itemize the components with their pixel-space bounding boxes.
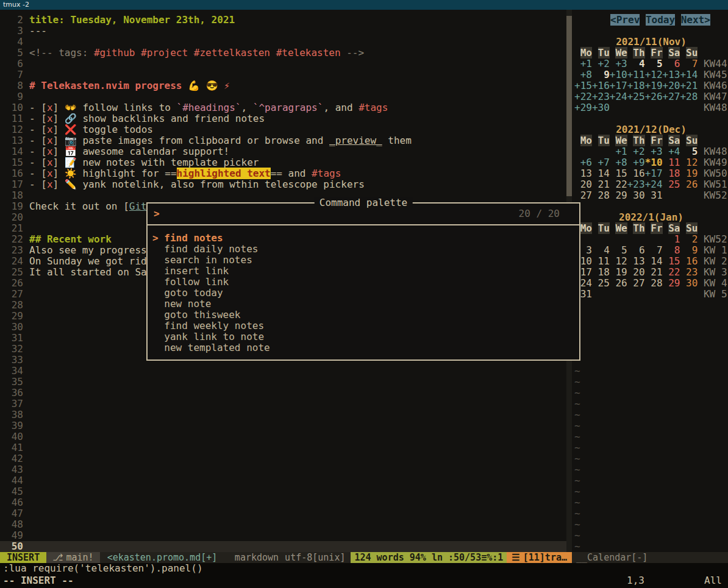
calendar-day[interactable]: 6 <box>627 244 645 256</box>
calendar-day[interactable]: +14 <box>680 69 698 80</box>
editor-line[interactable]: 3--- <box>0 26 566 37</box>
editor-line[interactable]: 42 <box>0 453 566 464</box>
editor-line[interactable]: 37 <box>0 398 566 409</box>
calendar-day[interactable]: +29 <box>574 102 592 113</box>
editor-line[interactable]: 38 <box>0 409 566 420</box>
calendar-today-button[interactable]: Today <box>646 14 675 26</box>
calendar-day[interactable]: +20 <box>663 80 680 91</box>
palette-item[interactable]: find weekly notes <box>152 321 579 331</box>
editor-line[interactable]: 16- [x] ☀️ highlight for ==highlighted t… <box>0 168 566 179</box>
calendar-day[interactable]: +21 <box>680 80 698 91</box>
calendar-day[interactable]: 20 <box>627 266 645 278</box>
calendar-day[interactable]: +8 <box>610 157 627 168</box>
calendar-day[interactable]: 20 <box>574 179 592 190</box>
calendar-day[interactable]: 14 <box>645 255 663 267</box>
calendar-day[interactable]: +1 <box>574 58 592 69</box>
calendar-day[interactable]: +4 <box>663 146 680 157</box>
calendar-day[interactable]: 11 <box>592 255 610 267</box>
calendar-day[interactable]: 13 <box>627 255 645 267</box>
calendar-day[interactable]: 11 <box>663 157 680 168</box>
calendar-day[interactable]: +18 <box>627 80 645 91</box>
calendar-day[interactable]: 16 <box>680 255 698 267</box>
editor-line[interactable]: 43 <box>0 464 566 475</box>
calendar-day[interactable]: 4 <box>592 244 610 256</box>
calendar-day[interactable]: +10 <box>610 69 627 80</box>
calendar-day[interactable]: 27 <box>574 190 592 201</box>
calendar-day[interactable]: 29 <box>610 190 627 201</box>
editor-line[interactable]: 41 <box>0 442 566 453</box>
palette-item[interactable]: new note <box>152 299 579 310</box>
calendar-day[interactable]: 8 <box>663 244 680 256</box>
calendar-day[interactable]: 28 <box>645 277 663 289</box>
calendar-day[interactable]: 19 <box>610 266 627 278</box>
calendar-day[interactable]: +15 <box>574 80 592 91</box>
palette-item[interactable]: insert link <box>152 266 579 277</box>
palette-item[interactable]: goto today <box>152 288 579 299</box>
calendar-day[interactable]: 25 <box>592 277 610 289</box>
editor-line[interactable]: 17- [x] ✏️ yank notelink, also from wthi… <box>0 179 566 190</box>
editor-line[interactable]: 48 <box>0 519 566 530</box>
calendar-next-button[interactable]: Next> <box>681 14 710 26</box>
palette-item[interactable]: find daily notes <box>152 244 579 255</box>
calendar-day[interactable]: +13 <box>663 69 680 80</box>
calendar-day[interactable]: +27 <box>663 91 680 102</box>
calendar-day[interactable]: +26 <box>645 91 663 102</box>
editor-line[interactable]: 47 <box>0 508 566 519</box>
calendar-day[interactable]: 26 <box>610 277 627 289</box>
palette-item[interactable]: follow link <box>152 277 579 288</box>
calendar-day[interactable]: 15 <box>663 255 680 267</box>
calendar-day[interactable]: +3 <box>645 146 663 157</box>
calendar-day[interactable]: 22 <box>610 179 627 190</box>
calendar-day[interactable]: +2 <box>627 146 645 157</box>
calendar-day[interactable]: +28 <box>680 91 698 102</box>
editor-line[interactable]: 7 <box>0 69 566 80</box>
calendar-day[interactable]: 14 <box>592 168 610 179</box>
calendar-day[interactable]: +19 <box>645 80 663 91</box>
calendar-day[interactable]: +1 <box>610 146 627 157</box>
calendar-day[interactable]: +23 <box>627 179 645 190</box>
calendar-day[interactable]: 12 <box>610 255 627 267</box>
editor-line[interactable]: 12- [x] ❌ toggle todos <box>0 124 566 135</box>
editor-line[interactable]: 8# Telekasten.nvim progress 💪 😎 ⚡ <box>0 80 566 91</box>
editor-line[interactable]: 14- [x] 📅 awesome calendar support! <box>0 146 566 157</box>
calendar-day[interactable]: +17 <box>610 80 627 91</box>
calendar-day[interactable]: 18 <box>663 168 680 179</box>
editor-line[interactable]: 2title: Tuesday, November 23th, 2021 <box>0 15 566 26</box>
palette-item[interactable]: goto thisweek <box>152 310 579 321</box>
calendar-day[interactable]: +16 <box>592 80 610 91</box>
calendar-day[interactable]: 30 <box>680 277 698 289</box>
editor-line[interactable]: 39 <box>0 420 566 431</box>
editor-line[interactable]: 11- [x] 🔗 show backlinks and friend note… <box>0 113 566 124</box>
editor-line[interactable]: 49 <box>0 530 566 541</box>
calendar-day[interactable]: 5 <box>610 244 627 256</box>
calendar-day[interactable]: 22 <box>663 266 680 278</box>
calendar-day[interactable]: 5 <box>680 146 698 157</box>
palette-item[interactable]: new templated note <box>152 342 579 353</box>
calendar-day[interactable]: +7 <box>592 157 610 168</box>
calendar-day[interactable]: 2 <box>680 233 698 245</box>
editor-line[interactable]: 44 <box>0 475 566 486</box>
editor-line[interactable]: 50 <box>0 541 566 552</box>
calendar-day[interactable]: 18 <box>592 266 610 278</box>
calendar-day[interactable]: 7 <box>645 244 663 256</box>
calendar-day[interactable]: 25 <box>663 179 680 190</box>
editor-line[interactable]: 46 <box>0 497 566 508</box>
calendar-day[interactable]: 4 <box>627 58 645 69</box>
calendar-day[interactable]: 9 <box>592 69 610 80</box>
calendar-day[interactable]: +24 <box>610 91 627 102</box>
calendar-day[interactable]: +8 <box>574 69 592 80</box>
calendar-day[interactable]: +2 <box>592 58 610 69</box>
calendar-day[interactable]: +12 <box>645 69 663 80</box>
calendar-day[interactable]: +6 <box>574 157 592 168</box>
calendar-day[interactable]: 6 <box>663 58 680 69</box>
editor-line[interactable]: 34 <box>0 366 566 377</box>
command-line[interactable]: :lua require('telekasten').panel() <box>0 563 728 574</box>
calendar-day[interactable]: 16 <box>627 168 645 179</box>
editor-line[interactable]: 18 <box>0 190 566 201</box>
editor-line[interactable]: 15- [x] 📝 new notes with template picker <box>0 157 566 168</box>
editor-line[interactable]: 40 <box>0 431 566 442</box>
calendar-day[interactable]: 31 <box>645 190 663 201</box>
calendar-day[interactable]: +11 <box>627 69 645 80</box>
calendar-day[interactable]: 26 <box>680 179 698 190</box>
calendar-day[interactable]: +3 <box>610 58 627 69</box>
